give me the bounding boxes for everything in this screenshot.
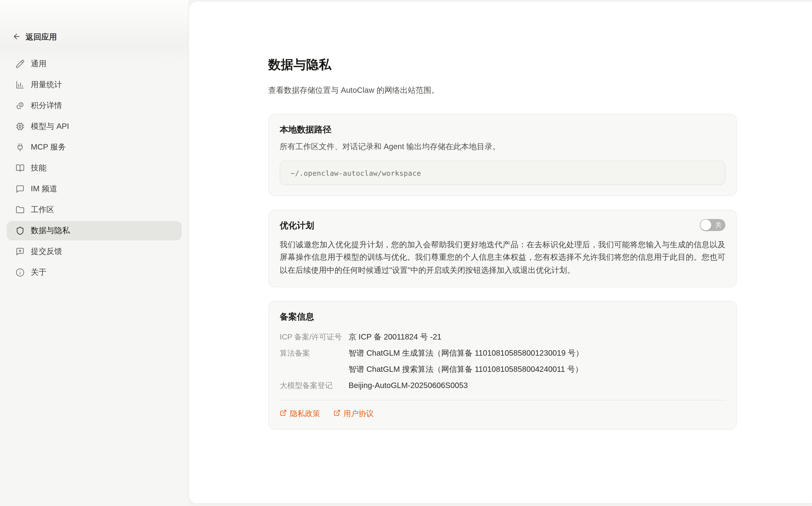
filing-info-title: 备案信息 [280,311,725,323]
bar-chart-icon [16,80,24,89]
sidebar-item-label: 提交反馈 [31,247,62,257]
privacy-policy-link[interactable]: 隐私政策 [280,409,320,419]
filing-info-card: 备案信息 ICP 备案/许可证号 京 ICP 备 20011824 号 -21 … [268,301,737,430]
workspace-path-field[interactable]: ~/.openclaw-autoclaw/workspace [280,161,725,185]
local-data-path-description: 所有工作区文件、对话记录和 Agent 输出均存储在此本地目录。 [280,142,725,152]
local-data-path-card: 本地数据路径 所有工作区文件、对话记录和 Agent 输出均存储在此本地目录。 … [268,114,737,196]
sidebar-item-label: MCP 服务 [31,142,66,152]
sidebar-item-general[interactable]: 通用 [7,54,182,74]
policy-links: 隐私政策 用户协议 [280,409,725,419]
data-privacy-page: 数据与隐私 查看数据存储位置与 AutoClaw 的网络出站范围。 本地数据路径… [268,2,737,430]
toggle-knob [700,220,711,231]
cpu-icon [16,122,24,131]
info-icon [16,268,24,277]
sidebar-item-label: 工作区 [31,205,54,215]
sidebar-item-skills[interactable]: 技能 [7,159,182,178]
coins-icon [16,101,24,110]
sidebar-item-credits[interactable]: 积分详情 [7,96,182,115]
filing-row-value: 智谱 ChatGLM 搜索算法（网信算备 1101081058580042400… [349,364,725,374]
sidebar-item-label: 关于 [31,267,47,277]
page-subtitle: 查看数据存储位置与 AutoClaw 的网络出站范围。 [268,86,737,96]
filing-row-label: ICP 备案/许可证号 [280,332,349,342]
sidebar-item-about[interactable]: 关于 [7,263,182,282]
filing-row-label: 大模型备案登记 [280,380,349,390]
plug-icon [16,143,24,152]
page-title: 数据与隐私 [268,56,737,73]
filing-row-value: 京 ICP 备 20011824 号 -21 [349,332,725,342]
settings-window: 返回应用 通用 用量统计 积分详情 [0,0,812,506]
local-data-path-title: 本地数据路径 [280,124,725,136]
sidebar-item-label: 数据与隐私 [31,226,70,236]
book-open-icon [16,164,24,173]
filing-row-label: 算法备案 [280,348,349,358]
message-plus-icon [16,247,24,256]
filing-row-value: Beijing-AutoGLM-20250606S0053 [349,380,725,390]
optimization-plan-card: 优化计划 关 我们诚邀您加入优化提升计划，您的加入会帮助我们更好地迭代产品：在去… [268,209,737,287]
settings-sidebar: 返回应用 通用 用量统计 积分详情 [0,0,188,506]
back-to-app-button[interactable]: 返回应用 [0,30,188,44]
sidebar-item-feedback[interactable]: 提交反馈 [7,242,182,261]
sidebar-item-label: 通用 [31,59,47,69]
main-panel: 数据与隐私 查看数据存储位置与 AutoClaw 的网络出站范围。 本地数据路径… [188,1,812,503]
external-link-icon [333,410,340,418]
sidebar-item-usage-stats[interactable]: 用量统计 [7,75,182,94]
user-agreement-link[interactable]: 用户协议 [333,409,373,419]
optimization-plan-toggle[interactable]: 关 [700,219,725,231]
filing-row-label [280,364,349,374]
sidebar-item-data-privacy[interactable]: 数据与隐私 [7,221,182,240]
sidebar-item-workspace[interactable]: 工作区 [7,200,182,220]
toggle-state-label: 关 [715,221,722,229]
shield-icon [16,226,24,235]
sidebar-item-label: 积分详情 [31,101,62,110]
user-agreement-label: 用户协议 [344,409,374,419]
external-link-icon [280,410,287,418]
pencil-icon [16,60,24,68]
message-square-icon [16,185,24,193]
sidebar-item-im-channels[interactable]: IM 频道 [7,179,182,199]
sidebar-item-label: 技能 [31,163,47,173]
filing-rows: ICP 备案/许可证号 京 ICP 备 20011824 号 -21 算法备案 … [280,332,725,390]
sidebar-item-mcp-services[interactable]: MCP 服务 [7,138,182,157]
folder-icon [16,205,24,214]
filing-row-value: 智谱 ChatGLM 生成算法（网信算备 1101081058580012300… [349,348,725,358]
back-to-app-label: 返回应用 [25,32,57,42]
sidebar-item-label: IM 频道 [31,184,57,194]
optimization-plan-description: 我们诚邀您加入优化提升计划，您的加入会帮助我们更好地迭代产品：在去标识化处理后，… [280,238,725,276]
optimization-plan-title: 优化计划 [280,220,314,232]
sidebar-item-label: 用量统计 [31,80,62,90]
divider [280,400,725,401]
sidebar-item-label: 模型与 API [31,121,69,132]
sidebar-nav: 通用 用量统计 积分详情 模型与 API [0,54,188,282]
sidebar-item-models-api[interactable]: 模型与 API [7,117,182,136]
arrow-left-icon [12,32,21,42]
privacy-policy-label: 隐私政策 [290,409,320,419]
